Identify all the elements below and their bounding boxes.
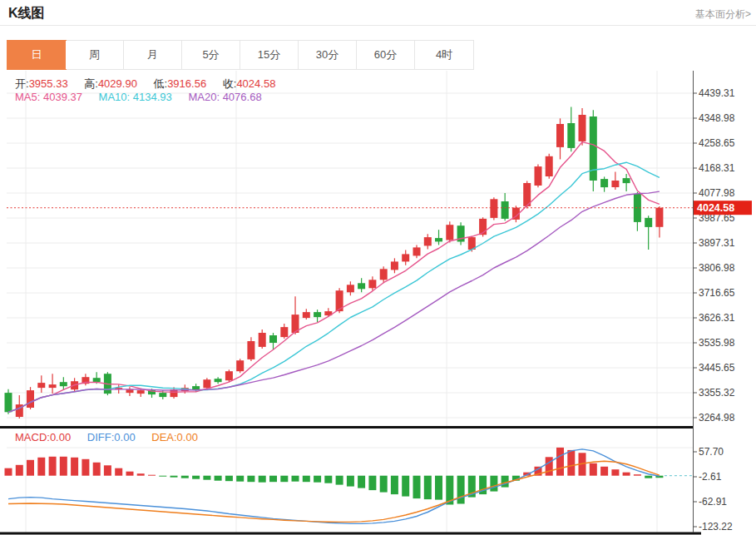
dea-label: DEA: [151, 431, 176, 443]
low-label: 低: [154, 77, 168, 90]
macd-row: MACD:0.00 DIFF:0.00 DEA:0.00 [15, 431, 211, 443]
svg-text:-2.61: -2.61 [699, 471, 722, 483]
ma20-label: MA20: [188, 91, 220, 103]
kline-widget: K线图 基本面分析> 日周月5分15分30分60分4时 4439.314348.… [0, 0, 756, 535]
macd-histogram [5, 448, 664, 505]
ma20-value: 4076.68 [223, 91, 262, 103]
dea-value: 0.00 [177, 431, 198, 443]
svg-text:3716.65: 3716.65 [699, 287, 735, 299]
svg-text:3355.32: 3355.32 [699, 387, 735, 399]
svg-text:-62.91: -62.91 [699, 496, 727, 508]
macd-value: 0.00 [50, 431, 71, 443]
macd-label: MACD: [15, 431, 50, 443]
open-label: 开: [15, 77, 29, 90]
svg-text:3806.98: 3806.98 [699, 262, 735, 274]
diff-label: DIFF: [87, 431, 115, 443]
svg-text:4348.98: 4348.98 [699, 112, 735, 124]
price-marker: 4024.58 [694, 201, 752, 215]
high-value: 4029.90 [98, 77, 137, 90]
close-label: 收: [223, 77, 237, 90]
candlesticks [5, 107, 664, 419]
svg-text:3535.98: 3535.98 [699, 337, 735, 349]
svg-text:4258.65: 4258.65 [699, 137, 735, 149]
ma-row: MA5: 4039.37 MA10: 4134.93 MA20: 4076.68 [15, 91, 275, 103]
svg-text:3264.98: 3264.98 [699, 412, 735, 424]
svg-text:-123.22: -123.22 [699, 521, 733, 533]
svg-text:4024.58: 4024.58 [697, 202, 734, 214]
svg-text:3445.65: 3445.65 [699, 362, 735, 374]
ma5-line [8, 142, 660, 413]
close-value: 4024.58 [236, 77, 275, 90]
diff-value: 0.00 [114, 431, 135, 443]
high-label: 高: [84, 77, 98, 90]
svg-text:4168.31: 4168.31 [699, 162, 735, 174]
ma5-value: 4039.37 [43, 91, 82, 103]
ma10-value: 4134.93 [133, 91, 172, 103]
y-axis-labels: 4439.314348.984258.654168.314077.983987.… [693, 87, 735, 533]
svg-text:3897.31: 3897.31 [699, 237, 735, 249]
svg-text:3626.31: 3626.31 [699, 312, 735, 324]
low-value: 3916.56 [167, 77, 206, 90]
svg-text:4077.98: 4077.98 [699, 187, 735, 199]
svg-text:4439.31: 4439.31 [699, 87, 735, 99]
ma5-label: MA5: [15, 91, 40, 103]
open-value: 3955.33 [29, 77, 68, 90]
svg-text:57.70: 57.70 [699, 446, 724, 458]
ohlc-row: 开:3955.33 高:4029.90 低:3916.56 收:4024.58 [15, 77, 289, 92]
ma10-label: MA10: [99, 91, 131, 103]
